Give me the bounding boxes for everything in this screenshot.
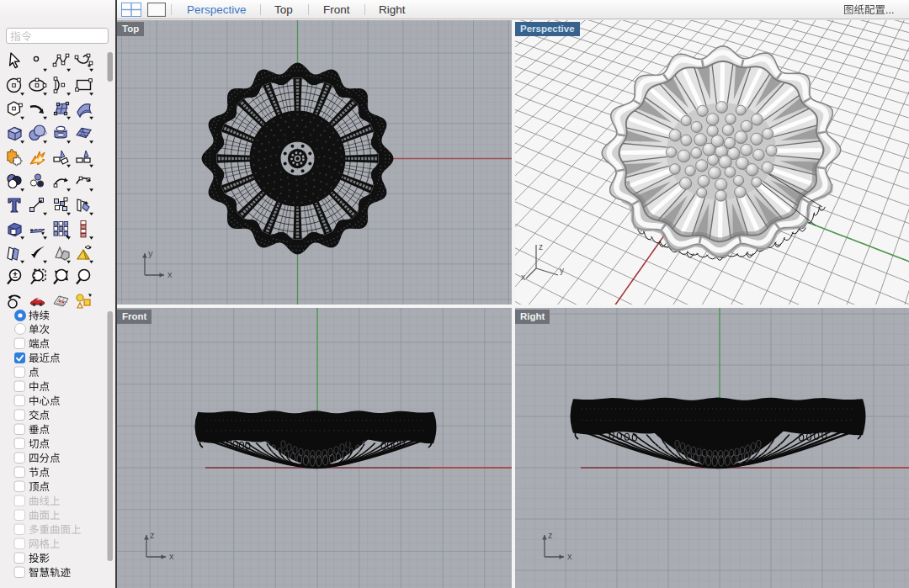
svg-text:z: z bbox=[548, 530, 553, 540]
svg-text:x: x bbox=[521, 273, 525, 282]
svg-text:z: z bbox=[150, 530, 155, 540]
svg-text:x: x bbox=[567, 551, 572, 561]
svg-text:z: z bbox=[539, 242, 543, 252]
svg-text:y: y bbox=[148, 248, 153, 258]
svg-text:x: x bbox=[167, 269, 173, 279]
svg-text:x: x bbox=[169, 551, 174, 561]
svg-text:y: y bbox=[560, 266, 564, 275]
